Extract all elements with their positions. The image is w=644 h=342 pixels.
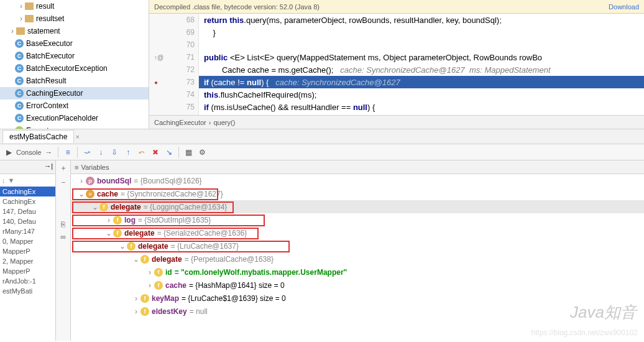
frame[interactable]: CachingEx: [0, 187, 55, 196]
frame[interactable]: MapperP: [0, 246, 55, 256]
tree-item-statement[interactable]: ›statement: [0, 25, 149, 37]
variable-row[interactable]: ›feldestKey= null: [71, 305, 644, 318]
watermark: Java知音: [570, 302, 637, 323]
frame[interactable]: 147, Defau: [0, 206, 55, 216]
stack-icon[interactable]: ≡: [62, 146, 74, 159]
tree-item-resultset[interactable]: ›resultset: [0, 12, 149, 25]
variable-row[interactable]: ›pboundSql= {BoundSql@1626}: [71, 174, 644, 187]
frame[interactable]: rMany:147: [0, 226, 55, 236]
variable-row[interactable]: ›fcache= {HashMap@1641} size = 0: [71, 279, 644, 292]
console-icon[interactable]: ▶: [2, 146, 15, 159]
variable-row[interactable]: ⌄fdelegate= {SerializedCache@1636}: [71, 226, 644, 239]
variables-panel: ≡Variables ›pboundSql= {BoundSql@1626}⌄≡…: [71, 160, 644, 341]
funnel-icon[interactable]: ▼: [8, 177, 15, 184]
step-into-icon[interactable]: ↓: [94, 146, 107, 159]
tree-item-executor[interactable]: IExecutor: [0, 124, 149, 129]
tree-item-errorcontext[interactable]: CErrorContext: [0, 99, 149, 112]
frame[interactable]: CachingEx: [0, 196, 55, 206]
code-line-73[interactable]: if (cache != null) { cache: Synchronized…: [199, 76, 644, 88]
tree-item-cachingexecutor[interactable]: CCachingExecutor: [0, 87, 149, 99]
code-line-71[interactable]: public <E> List<E> query(MappedStatement…: [199, 51, 644, 63]
variable-row[interactable]: ⌄fdelegate= {LruCache@1637}: [71, 239, 644, 252]
project-tree[interactable]: ›result›resultset›statementCBaseExecutor…: [0, 0, 149, 129]
variable-row[interactable]: ›fid= "com.lonelyWolf.mybatis.mapper.Use…: [71, 266, 644, 279]
link-icon[interactable]: ∞: [60, 233, 66, 241]
frame[interactable]: estMyBati: [0, 286, 55, 296]
tab-mybatiscache[interactable]: estMyBatisCache: [2, 130, 74, 143]
variable-row[interactable]: ›flog= {StdOutImpl@1635}: [71, 213, 644, 226]
code-line-72[interactable]: Cache cache = ms.getCache(); cache: Sync…: [199, 63, 644, 76]
frame[interactable]: 2, Mapper: [0, 256, 55, 266]
filter-icon[interactable]: →|: [44, 162, 53, 172]
watermark-url: https://blog.csdn.net/zwx900102: [531, 328, 638, 337]
vars-gutter: ＋ － ⎘ ∞: [56, 160, 71, 341]
line-gutter: 68697071↑@7273●7475: [149, 14, 199, 115]
arrow-icon[interactable]: →: [42, 146, 55, 159]
variable-row[interactable]: ⌄≡cache= {SynchronizedCache@1627}: [71, 187, 644, 200]
drop-frame-icon[interactable]: ⤺: [136, 146, 148, 159]
frame[interactable]: 140, Defau: [0, 216, 55, 226]
console-label[interactable]: Console: [16, 149, 41, 156]
step-over-icon[interactable]: ⤻: [81, 146, 93, 159]
download-link[interactable]: Download: [609, 3, 639, 11]
code-line-70[interactable]: [199, 39, 644, 51]
vars-title: Variables: [81, 164, 109, 171]
code-line-74[interactable]: this.flushCacheIfRequired(ms);: [199, 88, 644, 101]
debug-tabs: estMyBatisCache ×: [0, 129, 644, 144]
debug-toolbar: ▶ Console → ≡ ⤻ ↓ ⇩ ↑ ⤺ ✖ ↘ ▦ ⚙: [0, 144, 644, 160]
code-line-69[interactable]: }: [199, 26, 644, 39]
tree-item-batchresult[interactable]: CBatchResult: [0, 75, 149, 87]
variable-row[interactable]: ⌄fdelegate= {PerpetualCache@1638}: [71, 252, 644, 266]
frame[interactable]: rAndJob:-1: [0, 276, 55, 286]
grid-icon[interactable]: ▦: [182, 146, 195, 159]
tree-item-batchexecutorexception[interactable]: CBatchExecutorException: [0, 62, 149, 75]
eval-icon[interactable]: ↘: [163, 146, 175, 159]
breadcrumb[interactable]: CachingExecutor›query(): [149, 115, 644, 129]
variable-row[interactable]: ⌄fdelegate= {LoggingCache@1634}: [71, 200, 644, 213]
code-editor: Decompiled .class file, bytecode version…: [149, 0, 644, 129]
tree-item-executionplaceholder[interactable]: CExecutionPlaceholder: [0, 112, 149, 124]
settings-icon[interactable]: ⚙: [196, 146, 208, 159]
code-body[interactable]: return this.query(ms, parameterObject, r…: [199, 14, 644, 115]
copy-icon[interactable]: ⎘: [61, 220, 65, 229]
run-cursor-icon[interactable]: ✖: [149, 146, 162, 159]
frame[interactable]: MapperP: [0, 266, 55, 276]
banner-text: Decompiled .class file, bytecode version…: [154, 3, 320, 11]
force-step-icon[interactable]: ⇩: [108, 146, 121, 159]
frame[interactable]: 0, Mapper: [0, 236, 55, 246]
tree-item-batchexecutor[interactable]: CBatchExecutor: [0, 50, 149, 62]
tree-item-result[interactable]: ›result: [0, 0, 149, 12]
variable-row[interactable]: ›fkeyMap= {LruCache$1@1639} size = 0: [71, 292, 644, 305]
tree-item-baseexecutor[interactable]: CBaseExecutor: [0, 37, 149, 50]
frames-panel: →| ↓ ▼ CachingExCachingEx147, Defau140, …: [0, 160, 56, 341]
decompiled-banner: Decompiled .class file, bytecode version…: [149, 0, 644, 14]
plus-icon[interactable]: ＋: [60, 163, 67, 173]
code-line-75[interactable]: if (ms.isUseCache() && resultHandler == …: [199, 101, 644, 113]
step-out-icon[interactable]: ↑: [122, 146, 134, 159]
code-line-68[interactable]: return this.query(ms, parameterObject, r…: [199, 14, 644, 26]
minus-icon[interactable]: －: [60, 177, 67, 188]
down-icon[interactable]: ↓: [2, 177, 6, 184]
